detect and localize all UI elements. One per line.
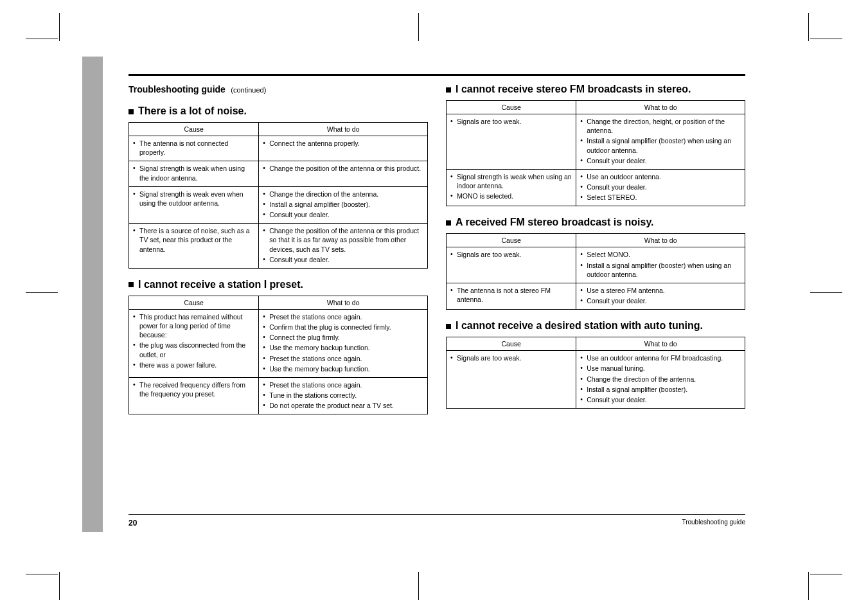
- table-noise: CauseWhat to do The antenna is not conne…: [128, 122, 428, 269]
- table-preset: CauseWhat to do This product has remaine…: [128, 296, 428, 415]
- right-column: I cannot receive stereo FM broadcasts in…: [446, 84, 745, 414]
- col-action: What to do: [259, 123, 428, 136]
- square-bullet-icon: [446, 87, 451, 93]
- table-auto-tuning: CauseWhat to do Signals are too weak. Us…: [446, 337, 745, 409]
- section-heading: There is a lot of noise.: [138, 105, 247, 117]
- col-action: What to do: [576, 337, 745, 351]
- col-cause: Cause: [129, 123, 259, 136]
- table-row: This product has remained without power …: [129, 309, 428, 377]
- table-row: Signals are too weak. Use an outdoor ant…: [447, 351, 745, 409]
- section-heading: I cannot receive stereo FM broadcasts in…: [456, 84, 691, 95]
- section-heading: I cannot receive a station I preset.: [138, 279, 303, 290]
- col-action: What to do: [576, 101, 745, 114]
- table-row: Signal strength is weak when using an in…: [447, 169, 745, 206]
- table-row: The antenna is not connected properly. C…: [129, 136, 428, 161]
- running-footer: Troubleshooting guide: [682, 519, 745, 528]
- footer-rule: [128, 514, 745, 515]
- square-bullet-icon: [128, 282, 134, 287]
- col-cause: Cause: [129, 296, 259, 309]
- table-row: Signals are too weak. Select MONO.Instal…: [447, 247, 745, 283]
- square-bullet-icon: [446, 220, 451, 226]
- page-title-continued: (continued): [231, 86, 266, 94]
- section-heading: A received FM stereo broadcast is noisy.: [456, 217, 654, 228]
- section-auto-tuning: I cannot receive a desired station with …: [446, 320, 745, 409]
- table-row: Signals are too weak. Change the directi…: [447, 114, 745, 170]
- page-title: Troubleshooting guide: [128, 84, 226, 94]
- table-fm-noisy: CauseWhat to do Signals are too weak. Se…: [446, 233, 745, 310]
- table-row: The received frequency differs from the …: [129, 377, 428, 414]
- section-heading: I cannot receive a desired station with …: [456, 320, 703, 332]
- page-footer: 20 Troubleshooting guide: [128, 514, 745, 528]
- table-row: There is a source of noise, such as a TV…: [129, 224, 428, 269]
- col-action: What to do: [576, 234, 745, 247]
- section-fm-stereo: I cannot receive stereo FM broadcasts in…: [446, 84, 745, 206]
- page-number: 20: [128, 519, 137, 528]
- section-preset: I cannot receive a station I preset. Cau…: [128, 279, 428, 415]
- table-fm-stereo: CauseWhat to do Signals are too weak. Ch…: [446, 100, 745, 206]
- table-row: Signal strength is weak when using the i…: [129, 161, 428, 186]
- top-rule: [128, 74, 745, 76]
- table-row: The antenna is not a stereo FM antenna. …: [447, 283, 745, 309]
- square-bullet-icon: [446, 324, 451, 329]
- left-column: Troubleshooting guide (continued) There …: [128, 84, 428, 414]
- col-cause: Cause: [447, 101, 576, 114]
- col-cause: Cause: [447, 337, 576, 351]
- section-fm-noisy: A received FM stereo broadcast is noisy.…: [446, 217, 745, 310]
- col-action: What to do: [259, 296, 428, 309]
- square-bullet-icon: [128, 109, 134, 114]
- section-noise: There is a lot of noise. CauseWhat to do…: [128, 105, 428, 269]
- side-tab: [82, 57, 103, 532]
- table-row: Signal strength is weak even when using …: [129, 186, 428, 224]
- page-content: Troubleshooting guide (continued) There …: [128, 74, 745, 414]
- col-cause: Cause: [447, 234, 576, 247]
